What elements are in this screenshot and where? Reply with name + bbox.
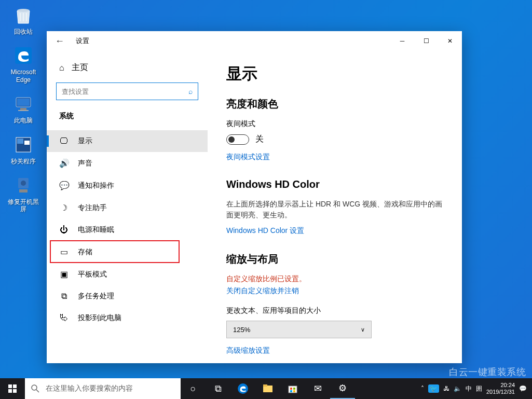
focus-icon: ☽ <box>59 203 69 213</box>
svg-rect-12 <box>8 384 12 388</box>
night-mode-label: 夜间模式 <box>226 119 446 129</box>
tray-ime-1[interactable]: 中 <box>466 384 472 393</box>
taskbar-store[interactable] <box>280 378 305 399</box>
svg-rect-15 <box>13 389 17 393</box>
search-icon: ⌕ <box>188 87 193 95</box>
tray-volume-icon[interactable]: 🔈 <box>454 385 461 392</box>
scale-alert: 自定义缩放比例已设置。 <box>226 274 446 284</box>
edge-icon <box>12 45 34 66</box>
tray-network-icon[interactable]: 🖧 <box>443 385 449 392</box>
tray-chevron-up-icon[interactable]: ˄ <box>421 385 424 392</box>
night-mode-settings-link[interactable]: 夜间模式设置 <box>226 153 270 162</box>
task-view-button[interactable]: ⧉ <box>206 378 230 399</box>
night-mode-state: 关 <box>255 134 264 145</box>
svg-rect-5 <box>18 110 29 111</box>
close-app-icon <box>12 134 34 156</box>
advanced-scale-link[interactable]: 高级缩放设置 <box>226 346 270 355</box>
taskbar-explorer[interactable] <box>255 378 280 399</box>
sidebar: ⌂ 主页 ⌕ 系统 🖵 显示 🔊 声音 💬 通知和操作 <box>47 51 208 363</box>
projecting-icon: ⮱ <box>59 313 69 323</box>
content-pane: 显示 亮度和颜色 夜间模式 关 夜间模式设置 Windows HD Color … <box>208 51 462 363</box>
tray-clock[interactable]: 20:24 2019/12/31 <box>486 382 515 395</box>
home-icon: ⌂ <box>59 63 64 73</box>
desktop: 回收站 Microsoft Edge 此电脑 秒关程序 修复开机黑屏 <box>0 0 47 227</box>
desktop-icon-close-app[interactable]: 秒关程序 <box>5 134 42 165</box>
this-pc-icon <box>12 93 34 115</box>
scale-dropdown[interactable]: 125% ∨ <box>226 321 372 338</box>
svg-rect-11 <box>19 189 28 192</box>
nav-projecting[interactable]: ⮱ 投影到此电脑 <box>47 307 208 329</box>
tray-twitter-icon[interactable]: 🐦 <box>428 384 439 393</box>
svg-rect-22 <box>290 388 292 390</box>
night-mode-toggle[interactable] <box>226 134 249 145</box>
power-icon: ⏻ <box>59 225 69 235</box>
close-button[interactable]: ✕ <box>438 33 462 49</box>
nav-multitask[interactable]: ⧉ 多任务处理 <box>47 285 208 307</box>
taskbar: 在这里输入你要搜索的内容 ○ ⧉ ✉ ⚙ ˄ 🐦 🖧 🔈 中 囲 20:24 2… <box>0 378 532 399</box>
taskbar-edge[interactable] <box>230 378 255 399</box>
chevron-down-icon: ∨ <box>361 326 365 333</box>
watermark: 白云一键重装系统 <box>449 366 526 378</box>
svg-rect-13 <box>13 384 17 388</box>
nav-focus[interactable]: ☽ 专注助手 <box>47 197 208 219</box>
taskbar-settings[interactable]: ⚙ <box>330 378 355 399</box>
hd-color-heading: Windows HD Color <box>226 178 446 190</box>
notifications-icon: 💬 <box>59 181 69 190</box>
nav-sound[interactable]: 🔊 声音 <box>47 152 208 174</box>
nav-display[interactable]: 🖵 显示 <box>47 130 208 152</box>
search-icon <box>31 384 39 393</box>
svg-rect-20 <box>263 384 267 387</box>
cortana-button[interactable]: ○ <box>181 378 206 399</box>
svg-rect-4 <box>20 108 26 110</box>
maximize-button[interactable]: ☐ <box>414 33 438 49</box>
titlebar: ← 设置 ─ ☐ ✕ <box>47 31 462 51</box>
svg-rect-23 <box>293 388 295 390</box>
minimize-button[interactable]: ─ <box>390 33 414 49</box>
svg-rect-14 <box>8 389 12 393</box>
start-button[interactable] <box>0 378 25 399</box>
svg-rect-24 <box>290 390 292 392</box>
tray-notifications-icon[interactable]: 💬 <box>519 385 527 392</box>
svg-rect-7 <box>17 139 23 144</box>
svg-rect-8 <box>24 141 30 145</box>
repair-icon <box>12 174 34 196</box>
section-label: 系统 <box>47 112 208 130</box>
nav-notifications[interactable]: 💬 通知和操作 <box>47 174 208 197</box>
nav-power[interactable]: ⏻ 电源和睡眠 <box>47 219 208 241</box>
system-tray[interactable]: ˄ 🐦 🖧 🔈 中 囲 20:24 2019/12/31 💬 <box>421 382 532 395</box>
search-input[interactable] <box>62 88 188 95</box>
desktop-icon-this-pc[interactable]: 此电脑 <box>5 93 42 124</box>
search-box[interactable]: ⌕ <box>56 82 198 100</box>
svg-rect-3 <box>17 99 30 106</box>
storage-icon: ▭ <box>59 247 69 257</box>
svg-rect-21 <box>289 386 297 393</box>
scale-change-label: 更改文本、应用等项目的大小 <box>226 306 446 315</box>
desktop-icon-recycle-bin[interactable]: 回收站 <box>5 4 42 35</box>
taskbar-search[interactable]: 在这里输入你要搜索的内容 <box>25 378 181 399</box>
svg-line-17 <box>36 390 39 392</box>
desktop-icon-edge[interactable]: Microsoft Edge <box>5 45 42 84</box>
recycle-bin-icon <box>12 4 34 26</box>
tray-ime-2[interactable]: 囲 <box>476 384 482 393</box>
taskbar-mail[interactable]: ✉ <box>305 378 330 399</box>
svg-point-0 <box>17 9 30 12</box>
window-title: 设置 <box>76 36 89 46</box>
page-title: 显示 <box>226 63 446 85</box>
svg-point-10 <box>21 181 26 186</box>
nav-storage[interactable]: ▭ 存储 <box>47 241 208 263</box>
sound-icon: 🔊 <box>59 158 69 168</box>
tablet-icon: ▣ <box>59 269 69 279</box>
scale-heading: 缩放与布局 <box>226 252 446 266</box>
scale-close-link[interactable]: 关闭自定义缩放并注销 <box>226 286 299 296</box>
brightness-heading: 亮度和颜色 <box>226 97 446 111</box>
hd-color-link[interactable]: Windows HD Color 设置 <box>226 226 304 236</box>
display-icon: 🖵 <box>59 136 69 146</box>
multitask-icon: ⧉ <box>59 292 69 301</box>
back-button[interactable]: ← <box>53 34 66 49</box>
nav-tablet[interactable]: ▣ 平板模式 <box>47 263 208 285</box>
home-button[interactable]: ⌂ 主页 <box>47 58 208 82</box>
desktop-icon-repair[interactable]: 修复开机黑屏 <box>5 174 42 213</box>
hd-color-desc: 在上面所选择的显示器上让 HDR 和 WCG 视频、游戏和应用中的画面更明亮、更… <box>226 199 446 221</box>
svg-point-16 <box>32 385 37 390</box>
settings-window: ← 设置 ─ ☐ ✕ ⌂ 主页 ⌕ 系统 🖵 显示 <box>47 31 462 363</box>
